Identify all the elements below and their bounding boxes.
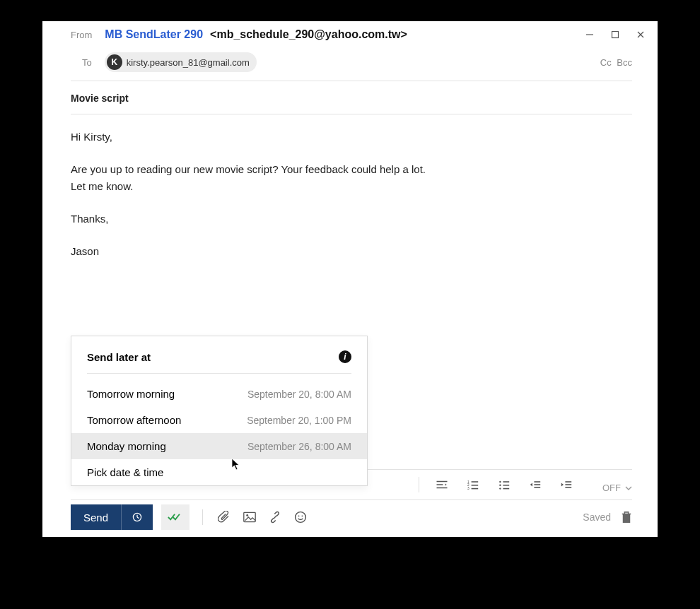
off-label: OFF	[602, 483, 621, 493]
schedule-option-tomorrow-morning[interactable]: Tomorrow morning September 20, 8:00 AM	[71, 381, 367, 407]
option-time: September 26, 8:00 AM	[247, 441, 351, 452]
track-button[interactable]	[161, 504, 189, 530]
numbered-list-icon[interactable]: 123	[465, 480, 482, 490]
option-label: Tomorrow morning	[87, 388, 175, 400]
option-label: Monday morning	[87, 440, 166, 452]
cc-button[interactable]: Cc	[600, 57, 612, 68]
delete-icon[interactable]	[621, 511, 632, 524]
svg-rect-33	[624, 514, 630, 523]
option-time: September 20, 8:00 AM	[247, 389, 351, 400]
option-label: Pick date & time	[87, 466, 163, 478]
body-thanks: Thanks,	[71, 211, 629, 227]
send-later-popup: Send later at i Tomorrow morning Septemb…	[71, 336, 368, 486]
avatar: K	[107, 54, 122, 70]
from-label: From	[71, 30, 92, 40]
separator	[419, 477, 419, 492]
body-line: Let me know.	[71, 178, 629, 194]
divider	[87, 373, 351, 374]
body-line: Are you up to reading our new movie scri…	[71, 161, 629, 177]
image-icon[interactable]	[241, 512, 258, 523]
bullet-list-icon[interactable]	[496, 480, 513, 490]
maximize-icon[interactable]	[611, 30, 622, 39]
attach-icon[interactable]	[216, 511, 233, 524]
schedule-option-monday-morning[interactable]: Monday morning September 26, 8:00 AM	[71, 433, 367, 459]
message-body[interactable]: Hi Kirsty, Are you up to reading our new…	[42, 114, 658, 290]
svg-point-17	[499, 487, 501, 489]
schedule-option-pick-date[interactable]: Pick date & time	[71, 459, 367, 485]
indent-icon[interactable]	[558, 480, 575, 490]
bottom-bar: Send Saved	[71, 504, 632, 530]
cc-bcc: Cc Bcc	[600, 57, 632, 68]
tracking-toggle[interactable]: OFF	[602, 483, 632, 493]
popup-header: Send later at i	[71, 336, 367, 373]
schedule-option-tomorrow-afternoon[interactable]: Tomorrow afternoon September 20, 1:00 PM	[71, 407, 367, 433]
minimize-icon[interactable]	[585, 30, 597, 39]
link-icon[interactable]	[267, 511, 284, 524]
saved-label: Saved	[583, 512, 611, 523]
separator	[202, 509, 203, 525]
info-icon[interactable]: i	[339, 350, 351, 363]
window-controls	[585, 30, 648, 39]
send-label: Send	[71, 512, 121, 524]
sender-email: <mb_schedule_290@yahoo.com.tw>	[210, 28, 407, 41]
double-check-icon	[168, 512, 183, 522]
schedule-send-button[interactable]	[121, 504, 153, 530]
svg-text:3: 3	[467, 487, 469, 490]
emoji-icon[interactable]	[292, 511, 309, 524]
clock-icon	[132, 512, 143, 523]
body-signature: Jason	[71, 243, 629, 259]
format-toolbar: 123	[419, 469, 575, 500]
bcc-button[interactable]: Bcc	[617, 57, 632, 68]
sender-name[interactable]: MB SendLater 290	[105, 28, 203, 41]
close-icon[interactable]	[636, 30, 648, 39]
svg-point-30	[296, 512, 306, 523]
to-label: To	[82, 57, 92, 68]
subject-field[interactable]: Movie script	[42, 81, 658, 114]
svg-rect-1	[612, 32, 619, 38]
svg-point-29	[246, 514, 248, 516]
send-button[interactable]: Send	[71, 504, 153, 530]
svg-line-27	[137, 517, 139, 519]
recipient-chip[interactable]: K kirsty.pearson_81@gmail.com	[105, 52, 257, 72]
chevron-down-icon	[625, 486, 632, 490]
svg-point-13	[499, 481, 501, 483]
to-row: To K kirsty.pearson_81@gmail.com Cc Bcc	[42, 45, 658, 81]
outdent-icon[interactable]	[527, 480, 544, 490]
svg-point-15	[499, 485, 501, 486]
svg-point-31	[298, 515, 300, 516]
option-time: September 20, 1:00 PM	[247, 415, 351, 426]
saved-status: Saved	[583, 511, 632, 524]
compose-window: From MB SendLater 290 <mb_schedule_290@y…	[42, 21, 658, 537]
svg-point-32	[302, 515, 303, 516]
popup-title: Send later at	[87, 351, 151, 363]
body-greeting: Hi Kirsty,	[71, 129, 629, 145]
recipient-email: kirsty.pearson_81@gmail.com	[127, 57, 250, 68]
from-row: From MB SendLater 290 <mb_schedule_290@y…	[42, 21, 658, 45]
option-label: Tomorrow afternoon	[87, 414, 181, 426]
align-icon[interactable]	[433, 480, 450, 490]
